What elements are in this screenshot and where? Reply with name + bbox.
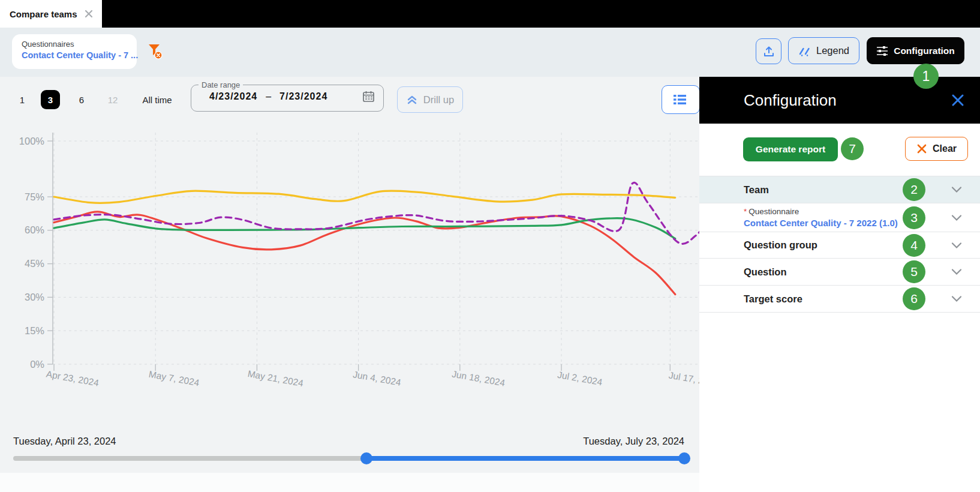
timeline-end-label: Tuesday, July 23, 2024 [583,436,684,447]
chevron-down-icon[interactable] [951,269,962,275]
clear-button-label: Clear [933,143,957,154]
legend-icon [798,45,811,57]
questionnaire-value-link[interactable]: Contact Center Quality - 7 2022 (1.0) [744,218,898,228]
section-question-group[interactable]: Question group 4 [699,232,980,259]
section-team[interactable]: Team 2 [699,176,980,203]
section-target-score-label: Target score [744,293,802,305]
section-question[interactable]: Question 5 [699,259,980,286]
timeline-handle-end[interactable] [678,452,690,464]
upload-icon [762,45,775,58]
section-target-score[interactable]: Target score 6 [699,286,980,313]
annotation-badge-7: 7 [841,137,864,160]
configuration-button-label: Configuration [894,46,955,56]
svg-text:May 21, 2024: May 21, 2024 [247,368,305,388]
svg-text:0%: 0% [30,359,44,370]
svg-text:30%: 30% [25,292,44,302]
close-panel-icon[interactable] [950,92,966,108]
panel-title: Configuration [744,91,837,110]
svg-text:Jul 2, 2024: Jul 2, 2024 [557,370,603,388]
chevron-down-icon[interactable] [951,187,962,193]
clear-filter-icon[interactable] [148,43,163,60]
timeline-track[interactable] [13,456,689,461]
annotation-badge-4: 4 [903,234,925,257]
annotation-badge-5: 5 [903,260,925,283]
top-bar: Compare teams [0,0,980,28]
toolbar: Questionnaires Contact Center Quality - … [0,28,980,77]
configuration-panel-header: Configuration [699,77,980,124]
timeline-handle-start[interactable] [360,452,372,464]
chevron-down-icon[interactable] [951,214,962,221]
annotation-badge-3: 3 [903,206,925,229]
section-question-group-label: Question group [744,239,817,251]
svg-text:75%: 75% [25,191,44,202]
configuration-panel: Configuration Generate report 7 Clear Te… [699,77,980,492]
svg-text:15%: 15% [25,325,44,336]
svg-text:Jul 17, 20: Jul 17, 20 [668,370,699,386]
configuration-button[interactable]: Configuration [867,37,964,64]
annotation-badge-1: 1 [913,64,939,89]
configuration-accordion: Team 2 *Questionnaire Contact Center Qua… [699,176,980,313]
required-asterisk: * [744,207,747,216]
legend-button[interactable]: Legend [788,37,859,64]
questionnaires-filter-chip[interactable]: Questionnaires Contact Center Quality - … [12,34,137,69]
svg-text:60%: 60% [25,224,44,235]
clear-x-icon [916,143,927,154]
chip-label: Questionnaires [22,40,127,49]
svg-text:Jun 18, 2024: Jun 18, 2024 [451,368,506,388]
svg-text:Jun 4, 2024: Jun 4, 2024 [352,369,402,388]
svg-text:Apr 23, 2024: Apr 23, 2024 [46,369,100,388]
section-questionnaire-label: *Questionnaire [744,207,799,216]
comparison-line-chart: 0%15%30%45%60%75%100%Apr 23, 2024May 7, … [0,77,699,413]
annotation-badge-6: 6 [903,287,925,310]
tab-compare-teams[interactable]: Compare teams [0,0,102,28]
export-button[interactable] [756,38,781,64]
annotation-badge-2: 2 [903,178,925,201]
chevron-down-icon[interactable] [951,242,962,248]
tab-title: Compare teams [10,9,84,19]
svg-text:100%: 100% [19,136,45,146]
generate-report-button[interactable]: Generate report [743,137,838,161]
chart-area: 1 3 6 12 All time Date range 4/23/2024 –… [0,77,699,492]
section-question-label: Question [744,266,787,278]
chip-value: Contact Center Quality - 7 ... [22,50,127,60]
chevron-down-icon[interactable] [951,296,962,302]
section-team-label: Team [744,184,769,196]
close-tab-icon[interactable] [84,9,94,19]
legend-button-label: Legend [816,45,849,56]
bottom-strip [0,473,699,492]
timeline-start-label: Tuesday, April 23, 2024 [13,436,116,447]
clear-button[interactable]: Clear [905,137,968,161]
sliders-icon [876,46,888,56]
svg-text:45%: 45% [25,258,44,269]
section-questionnaire[interactable]: *Questionnaire Contact Center Quality - … [699,203,980,232]
timeline-track-active [366,456,684,461]
svg-text:May 7, 2024: May 7, 2024 [148,369,200,388]
